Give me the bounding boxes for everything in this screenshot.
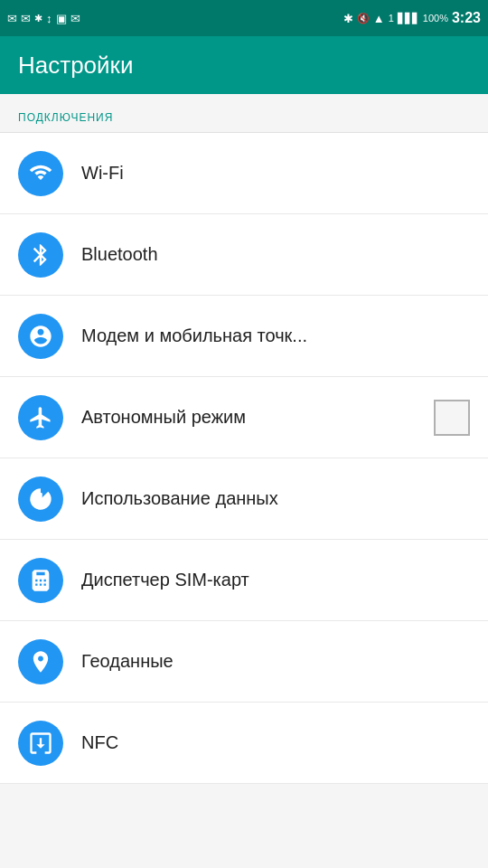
datausage-icon-circle	[18, 476, 63, 522]
sim-status-icon: 1	[389, 13, 394, 24]
mute-icon: 🔇	[357, 13, 370, 24]
nfc-icon-circle	[18, 721, 63, 766]
wifi-icon-circle	[18, 151, 63, 196]
airplane-icon-circle	[18, 395, 63, 440]
section-header-connections: ПОДКЛЮЧЕНИЯ	[0, 94, 488, 132]
sim-icon-circle	[18, 558, 63, 603]
status-bar-left: ✉ ✉ ✱ ↕ ▣ ✉	[7, 12, 80, 25]
bluetooth-icon-circle	[18, 232, 63, 278]
location-icon-circle	[18, 639, 63, 684]
battery-icon: 100%	[423, 13, 448, 24]
hotspot-icon-circle	[18, 314, 63, 359]
settings-list: Wi-Fi Bluetooth Модем и мобильная точк..…	[0, 133, 488, 784]
svg-rect-0	[34, 495, 38, 504]
signal-icon: ▋▋▋	[398, 13, 419, 24]
gmail2-icon: ✉	[21, 12, 31, 25]
location-label: Геоданные	[81, 651, 470, 672]
settings-item-bluetooth[interactable]: Bluetooth	[0, 214, 488, 296]
status-bar: ✉ ✉ ✱ ↕ ▣ ✉ ✱ 🔇 ▲ 1 ▋▋▋ 100% 3:23	[0, 0, 488, 36]
location-icon	[28, 649, 53, 675]
hotspot-icon	[28, 324, 53, 349]
bluetooth-status-icon: ✱	[343, 12, 353, 25]
datausage-icon	[28, 486, 53, 512]
settings-item-hotspot[interactable]: Модем и мобильная точк...	[0, 296, 488, 377]
airplane-icon	[28, 405, 53, 430]
wifi-icon	[28, 161, 53, 186]
nfc-icon	[28, 731, 53, 756]
settings-item-datausage[interactable]: Использование данных	[0, 458, 488, 540]
svg-rect-1	[39, 493, 42, 505]
bluetooth-icon	[28, 242, 53, 268]
photo-icon: ▣	[56, 12, 67, 25]
settings-item-sim[interactable]: Диспетчер SIM-карт	[0, 540, 488, 621]
sim-icon	[28, 568, 53, 593]
hotspot-label: Модем и мобильная точк...	[81, 326, 470, 346]
wifi-label: Wi-Fi	[81, 163, 470, 184]
airplane-toggle[interactable]	[434, 400, 470, 436]
page-title: Настройки	[18, 52, 134, 80]
datausage-label: Использование данных	[81, 488, 470, 509]
status-time: 3:23	[452, 10, 481, 26]
settings-item-location[interactable]: Геоданные	[0, 621, 488, 703]
sim-label: Диспетчер SIM-карт	[81, 570, 470, 590]
sound-icon: ↕	[46, 12, 52, 25]
svg-rect-2	[44, 497, 48, 504]
gmail-icon: ✉	[7, 12, 17, 25]
settings-item-airplane[interactable]: Автономный режим	[0, 377, 488, 458]
notif-icon: ✱	[34, 13, 42, 24]
nfc-label: NFC	[81, 732, 470, 753]
status-bar-right: ✱ 🔇 ▲ 1 ▋▋▋ 100% 3:23	[343, 10, 481, 26]
msg-icon: ✉	[70, 12, 80, 25]
bluetooth-label: Bluetooth	[81, 244, 470, 265]
airplane-label: Автономный режим	[81, 407, 434, 428]
settings-item-wifi[interactable]: Wi-Fi	[0, 133, 488, 214]
app-bar: Настройки	[0, 36, 488, 94]
section-header-label: ПОДКЛЮЧЕНИЯ	[18, 111, 113, 124]
wifi-status-icon: ▲	[373, 12, 385, 25]
settings-item-nfc[interactable]: NFC	[0, 703, 488, 784]
